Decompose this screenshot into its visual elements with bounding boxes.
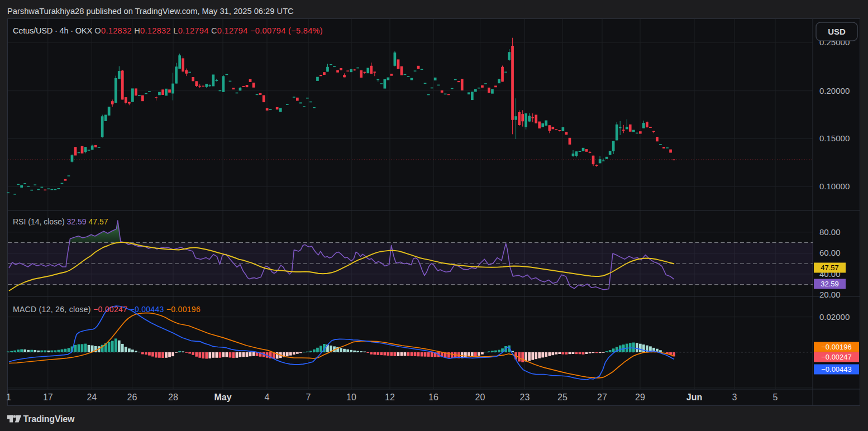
svg-text:Jun: Jun xyxy=(686,392,702,402)
svg-text:25: 25 xyxy=(557,392,567,402)
svg-text:4: 4 xyxy=(265,392,270,402)
svg-text:0.20000: 0.20000 xyxy=(819,86,850,95)
svg-text:80.00: 80.00 xyxy=(819,227,841,237)
svg-text:12: 12 xyxy=(385,392,395,402)
svg-text:MACD (12, 26, close) −0.00247: MACD (12, 26, close) −0.00247 −0.00443 −… xyxy=(13,305,201,314)
svg-text:60.00: 60.00 xyxy=(819,248,841,257)
svg-text:−0.00443: −0.00443 xyxy=(821,365,852,373)
svg-text:−0.00196: −0.00196 xyxy=(821,343,852,351)
svg-text:0.02000: 0.02000 xyxy=(819,312,850,322)
svg-text:47.57: 47.57 xyxy=(821,264,839,272)
svg-text:1: 1 xyxy=(6,392,11,402)
svg-text:USD: USD xyxy=(828,27,846,36)
svg-text:ParshwaTurakhiya28 published o: ParshwaTurakhiya28 published on TradingV… xyxy=(7,7,294,16)
svg-text:20: 20 xyxy=(475,392,485,402)
svg-text:10: 10 xyxy=(346,392,356,402)
svg-text:20.00: 20.00 xyxy=(819,290,841,299)
svg-text:28: 28 xyxy=(168,392,178,402)
svg-text:Cetus/USD · 4h · OKX O0.12832: Cetus/USD · 4h · OKX O0.12832 H0.12832 L… xyxy=(13,26,323,35)
svg-text:5: 5 xyxy=(773,392,778,402)
svg-text:16: 16 xyxy=(428,392,438,402)
svg-text:7: 7 xyxy=(306,392,311,402)
svg-text:−0.00247: −0.00247 xyxy=(821,353,852,361)
svg-text:23: 23 xyxy=(520,392,530,402)
svg-text:29: 29 xyxy=(635,392,645,402)
svg-text:24: 24 xyxy=(87,392,97,402)
svg-text:17: 17 xyxy=(43,392,53,402)
svg-text:0.15000: 0.15000 xyxy=(819,133,850,143)
svg-text:May: May xyxy=(214,392,231,402)
svg-text:32.59: 32.59 xyxy=(821,280,839,288)
svg-text:RSI (14, close) 32.59 47.57: RSI (14, close) 32.59 47.57 xyxy=(13,217,108,226)
svg-text:TradingView: TradingView xyxy=(23,414,75,424)
svg-text:3: 3 xyxy=(732,392,737,402)
svg-text:27: 27 xyxy=(597,392,607,402)
svg-text:0.10000: 0.10000 xyxy=(819,181,850,191)
svg-text:26: 26 xyxy=(127,392,137,402)
